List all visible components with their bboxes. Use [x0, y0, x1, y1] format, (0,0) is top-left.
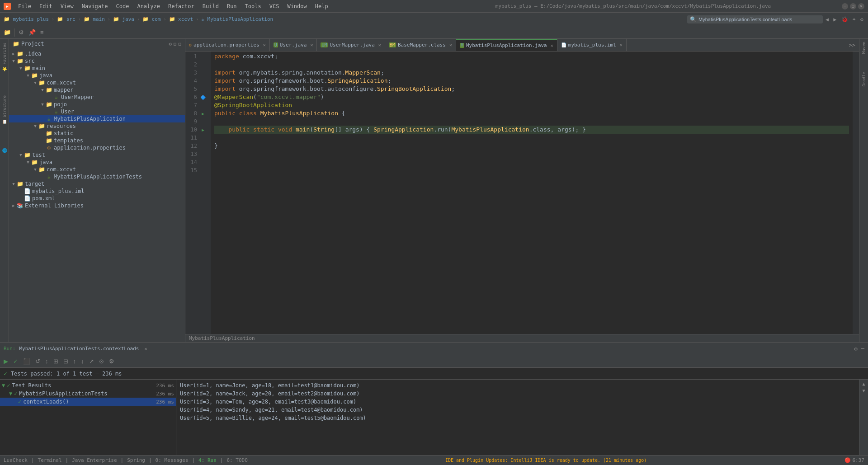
menu-build[interactable]: Build: [199, 2, 222, 10]
tab-mybatisapp-java[interactable]: M MybatisPlusApplication.java ✕: [456, 39, 557, 51]
tree-item-pom[interactable]: 📄 pom.xml: [9, 195, 185, 202]
web-icon[interactable]: 🌐: [1, 146, 8, 155]
tree-item-external-libs[interactable]: ▶ 📚 External Libraries: [9, 202, 185, 209]
bottom-tab-terminal[interactable]: Terminal: [38, 457, 62, 463]
tree-item-idea[interactable]: ▶ 📁 .idea: [9, 50, 185, 57]
tab-close-icon[interactable]: ✕: [620, 42, 623, 47]
bottom-tab-messages[interactable]: 0: Messages: [156, 457, 189, 463]
update-status[interactable]: IDE and Plugin Updates: IntelliJ IDEA is…: [445, 458, 647, 463]
tab-close-icon-active[interactable]: ✕: [551, 43, 553, 48]
structure-icon[interactable]: 📋 Structure: [1, 94, 8, 127]
tree-item-java-main[interactable]: ▼ 📁 java: [9, 72, 185, 79]
tree-item-iml[interactable]: 📄 mybatis_plus.iml: [9, 188, 185, 195]
tab-user-java[interactable]: U User.java ✕: [270, 39, 317, 51]
menu-tools[interactable]: Tools: [241, 2, 265, 10]
breadcrumb-main[interactable]: 📁 main: [84, 16, 105, 22]
collapse-all-icon[interactable]: ⊟: [178, 41, 181, 47]
bottom-tab-run[interactable]: 4: Run: [198, 457, 217, 463]
tree-item-resources[interactable]: ▼ 📁 resources: [9, 122, 185, 130]
tree-item-mapper[interactable]: ▼ 📁 mapper: [9, 86, 185, 94]
run-settings2-button[interactable]: ⚙: [107, 357, 116, 366]
favorites-icon[interactable]: ⭐ Favorites: [1, 41, 8, 74]
test-result-root[interactable]: ▼ ✓ Test Results 236 ms: [0, 381, 176, 390]
tree-item-appprops[interactable]: ⚙ application.properties: [9, 144, 185, 151]
expand-all-icon[interactable]: ⊞: [174, 41, 177, 47]
search-input[interactable]: [698, 17, 820, 22]
run-close-icon[interactable]: ✕: [144, 346, 147, 351]
pin-button[interactable]: 📌: [27, 28, 38, 37]
tree-item-user[interactable]: ☕ User: [9, 108, 185, 115]
run-expand-button[interactable]: ⊟: [61, 357, 70, 366]
bottom-tab-luacheck[interactable]: LuaCheck: [4, 457, 28, 463]
gutter-icon-run[interactable]: ▶: [199, 109, 207, 117]
tree-item-mybatisapp[interactable]: ☕ MybatisPlusApplication: [9, 115, 185, 122]
breadcrumb-src[interactable]: 📁 src: [57, 16, 75, 22]
tree-item-java-test[interactable]: ▼ 📁 java: [9, 159, 185, 166]
menu-run[interactable]: Run: [223, 2, 241, 10]
gutter-icon-bean[interactable]: 🔷: [199, 93, 207, 101]
breadcrumb-project[interactable]: 📁 mybatis_plus: [4, 16, 49, 22]
tree-item-target[interactable]: ▼ 📁 target: [9, 180, 185, 188]
cog-icon[interactable]: ⚙: [169, 41, 172, 47]
tree-item-src[interactable]: ▼ 📁 src: [9, 57, 185, 65]
run-settings-icon[interactable]: ⚙: [854, 346, 858, 352]
test-result-class[interactable]: ▼ ✓ MybatisPlusApplicationTests 236 ms: [0, 390, 176, 398]
tab-basemapper-class[interactable]: BM BaseMapper.class ✕: [385, 39, 456, 51]
run-up-button[interactable]: ↑: [71, 357, 78, 366]
run-check-button[interactable]: ✓: [11, 357, 20, 366]
run-config-icon[interactable]: ▶: [832, 15, 837, 23]
breadcrumb-class[interactable]: ☕ MybatisPlusApplication: [201, 16, 273, 22]
gutter-icon-run-method[interactable]: ▶: [199, 126, 207, 134]
run-track-button[interactable]: ⊙: [97, 357, 106, 366]
maven-icon[interactable]: Maven: [861, 41, 867, 55]
settings-button[interactable]: ⚙: [17, 28, 26, 37]
menu-refactor[interactable]: Refactor: [165, 2, 198, 10]
tab-application-properties[interactable]: ⚙ application.properties ✕: [185, 39, 270, 51]
tab-usermapper-java[interactable]: UM UserMapper.java ✕: [317, 39, 385, 51]
run-filter-button[interactable]: ⊞: [52, 357, 60, 366]
code-editor[interactable]: package com.xccvt; import org.mybatis.sp…: [211, 52, 853, 334]
debug-icon[interactable]: 🐞: [840, 15, 849, 23]
run-minimize-icon[interactable]: ─: [861, 346, 864, 352]
back-icon[interactable]: ◀: [825, 15, 830, 23]
coverage-icon[interactable]: ☂: [852, 15, 857, 23]
run-export-button[interactable]: ↗: [87, 357, 96, 366]
tree-item-mybatisapptests[interactable]: ☕ MybatisPlusApplicationTests: [9, 173, 185, 180]
tab-close-icon[interactable]: ✕: [378, 42, 381, 47]
tab-close-icon[interactable]: ✕: [263, 42, 266, 47]
expand-button[interactable]: ≡: [38, 28, 46, 37]
tree-item-comxccvt[interactable]: ▼ 📁 com.xccvt: [9, 79, 185, 86]
scroll-down-icon[interactable]: ▼: [862, 388, 865, 393]
test-result-method[interactable]: ✓ contextLoads() 236 ms: [0, 398, 176, 406]
bottom-tab-java-enterprise[interactable]: Java Enterprise: [72, 457, 117, 463]
run-sort-button[interactable]: ↕: [43, 357, 50, 366]
run-rerun-button[interactable]: ↺: [33, 357, 42, 366]
breadcrumb-com[interactable]: 📁 com: [142, 16, 161, 22]
minimize-button[interactable]: ─: [842, 3, 848, 9]
tree-item-templates[interactable]: 📁 templates: [9, 137, 185, 144]
project-view-button[interactable]: 📁: [2, 28, 13, 37]
settings-icon[interactable]: ⚙: [859, 15, 864, 23]
bottom-tab-spring[interactable]: Spring: [127, 457, 145, 463]
tree-item-main[interactable]: ▼ 📁 main: [9, 65, 185, 72]
run-stop-button[interactable]: ⬛: [21, 357, 32, 366]
menu-edit[interactable]: Edit: [36, 2, 56, 10]
menu-window[interactable]: Window: [283, 2, 310, 10]
tree-item-test[interactable]: ▼ 📁 test: [9, 151, 185, 159]
bottom-tab-todo[interactable]: 6: TODO: [226, 457, 247, 463]
menu-code[interactable]: Code: [113, 2, 133, 10]
menu-vcs[interactable]: VCS: [266, 2, 283, 10]
menu-view[interactable]: View: [57, 2, 77, 10]
close-button[interactable]: ✕: [858, 3, 864, 9]
tree-item-comxccvt-test[interactable]: ▼ 📁 com.xccvt: [9, 166, 185, 173]
scroll-up-icon[interactable]: ▲: [862, 381, 865, 386]
tree-item-static[interactable]: 📁 static: [9, 130, 185, 137]
breadcrumb-java[interactable]: 📁 java: [113, 16, 134, 22]
run-down-button[interactable]: ↓: [79, 357, 86, 366]
tree-item-pojo[interactable]: ▼ 📁 pojo: [9, 101, 185, 108]
tab-overflow-icon[interactable]: >>: [849, 42, 855, 48]
menu-analyze[interactable]: Analyze: [133, 2, 164, 10]
maximize-button[interactable]: □: [850, 3, 856, 9]
gradle-icon[interactable]: Gradle: [861, 71, 867, 88]
tab-close-icon[interactable]: ✕: [449, 42, 452, 47]
